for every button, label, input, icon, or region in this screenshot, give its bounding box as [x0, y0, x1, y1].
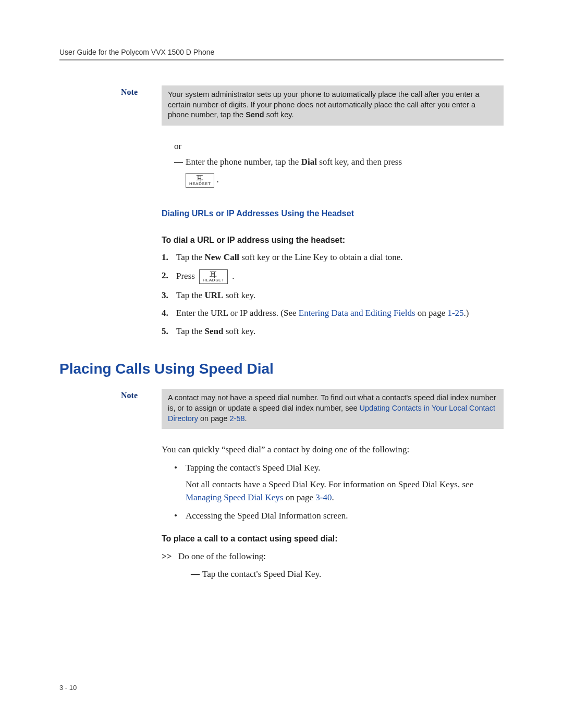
step-5: 5. Tap the Send soft key. — [162, 325, 504, 338]
s1-bold: New Call — [205, 252, 240, 262]
step-1: 1. Tap the New Call soft key or the Line… — [162, 251, 504, 264]
note-box-2: A contact may not have a speed dial numb… — [162, 389, 504, 429]
headset-key-icon-2: 耳 HEADSET — [199, 269, 228, 284]
s1-post: soft key or the Line Key to obtain a dia… — [239, 252, 402, 262]
headset-key-icon: 耳 HEADSET — [186, 173, 214, 188]
chevron-text: Do one of the following: — [178, 550, 266, 563]
dash2-text: Tap the contact's Speed Dial Key. — [202, 568, 504, 581]
dash-item-2: — Tap the contact's Speed Dial Key. — [191, 568, 504, 581]
document-page: User Guide for the Polycom VVX 1500 D Ph… — [0, 0, 563, 728]
bullet-2: • Accessing the Speed Dial Information s… — [174, 510, 504, 523]
chevron-symbol: >> — [162, 550, 178, 563]
note-block-1: Note Your system administrator sets up y… — [162, 85, 504, 126]
bullet-dot: • — [174, 462, 186, 504]
bullet1-line-b: Not all contacts have a Speed Dial Key. … — [186, 478, 504, 504]
continuation-block: or — Enter the phone number, tap the Dia… — [162, 140, 504, 338]
note-block-2: Note A contact may not have a speed dial… — [162, 389, 504, 429]
b1b-link[interactable]: Managing Speed Dial Keys — [186, 492, 283, 502]
step-num-4: 4. — [162, 307, 176, 320]
headset-key-row: 耳 HEADSET . — [186, 173, 504, 188]
bullet-1-text: Tapping the contact's Speed Dial Key. No… — [186, 462, 504, 504]
chevron-item: >> Do one of the following: — [162, 550, 504, 563]
bullet-2-text: Accessing the Speed Dial Information scr… — [186, 510, 504, 523]
note-box: Your system administrator sets up your p… — [162, 85, 504, 126]
headset-label-2: HEADSET — [203, 278, 224, 282]
section-heading-speed-dial: Placing Calls Using Speed Dial — [59, 361, 504, 377]
dash1-pre: Enter the phone number, tap the — [186, 157, 301, 167]
b1b-mid: on page — [283, 492, 315, 502]
sub-dash-list: — Tap the contact's Speed Dial Key. — [178, 568, 504, 581]
s4-link[interactable]: Entering Data and Editing Fields — [299, 308, 415, 318]
step-num-1: 1. — [162, 251, 176, 264]
subheading-to-dial-url: To dial a URL or IP address using the he… — [162, 234, 504, 246]
note2-post: . — [245, 414, 247, 423]
s4-mid: on page — [415, 308, 448, 318]
dash1-text: Enter the phone number, tap the Dial sof… — [186, 156, 504, 187]
s5-pre: Tap the — [176, 326, 205, 336]
dash1-bold: Dial — [301, 157, 317, 167]
step-4: 4. Enter the URL or IP address. (See Ent… — [162, 307, 504, 320]
note1-text-post: soft key. — [264, 110, 294, 119]
running-header: User Guide for the Polycom VVX 1500 D Ph… — [59, 48, 504, 56]
s1-pre: Tap the — [176, 252, 205, 262]
s3-bold: URL — [205, 290, 224, 300]
dash-symbol-2: — — [191, 568, 202, 581]
step-num-5: 5. — [162, 325, 176, 338]
note-label-2: Note — [121, 391, 138, 400]
s4-pre: Enter the URL or IP address. (See — [176, 308, 299, 318]
note2-mid: on page — [198, 414, 229, 423]
ordered-list-dial-url: 1. Tap the New Call soft key or the Line… — [162, 251, 504, 338]
step-num-3: 3. — [162, 289, 176, 302]
s4-post: .) — [464, 308, 469, 318]
b1b-pg[interactable]: 3-40 — [315, 492, 332, 502]
note2-pg[interactable]: 2-58 — [230, 414, 245, 423]
note1-text-pre: Your system administrator sets up your p… — [168, 90, 480, 119]
note1-send-word: Send — [246, 110, 264, 119]
headset-label: HEADSET — [189, 181, 211, 186]
dash-item-1: — Enter the phone number, tap the Dial s… — [174, 156, 504, 187]
note-label: Note — [121, 88, 138, 97]
page-number: 3 - 10 — [59, 684, 77, 692]
b1b-pre: Not all contacts have a Speed Dial Key. … — [186, 479, 473, 489]
b1b-post: . — [332, 492, 334, 502]
or-text: or — [174, 140, 504, 153]
intro-paragraph: You can quickly “speed dial” a contact b… — [162, 443, 504, 456]
subheading-to-place-call: To place a call to a contact using speed… — [162, 533, 504, 545]
header-rule — [59, 59, 504, 60]
s2-pre: Press — [176, 270, 195, 283]
step-3: 3. Tap the URL soft key. — [162, 289, 504, 302]
step-2: 2. Press 耳 HEADSET . — [162, 269, 504, 284]
subheading-dialing-urls: Dialing URLs or IP Addresses Using the H… — [162, 207, 504, 219]
step-5-text: Tap the Send soft key. — [176, 325, 504, 338]
dash1-post: soft key, and then press — [317, 157, 402, 167]
step-1-text: Tap the New Call soft key or the Line Ke… — [176, 251, 504, 264]
dash-symbol: — — [174, 156, 186, 187]
step-4-text: Enter the URL or IP address. (See Enteri… — [176, 307, 504, 320]
bullet-1: • Tapping the contact's Speed Dial Key. … — [174, 462, 504, 504]
s3-post: soft key. — [223, 290, 255, 300]
step-num-2: 2. — [162, 269, 176, 284]
speed-dial-body: You can quickly “speed dial” a contact b… — [162, 443, 504, 581]
s5-post: soft key. — [223, 326, 255, 336]
step-3-text: Tap the URL soft key. — [176, 289, 504, 302]
s4-pg[interactable]: 1-25 — [447, 308, 463, 318]
s2-post: . — [232, 270, 234, 283]
step-2-text: Press 耳 HEADSET . — [176, 269, 504, 284]
bullet-dot-2: • — [174, 510, 186, 523]
s3-pre: Tap the — [176, 290, 205, 300]
bullet-list: • Tapping the contact's Speed Dial Key. … — [174, 462, 504, 523]
s5-bold: Send — [205, 326, 224, 336]
bullet1-line-a: Tapping the contact's Speed Dial Key. — [186, 462, 504, 475]
